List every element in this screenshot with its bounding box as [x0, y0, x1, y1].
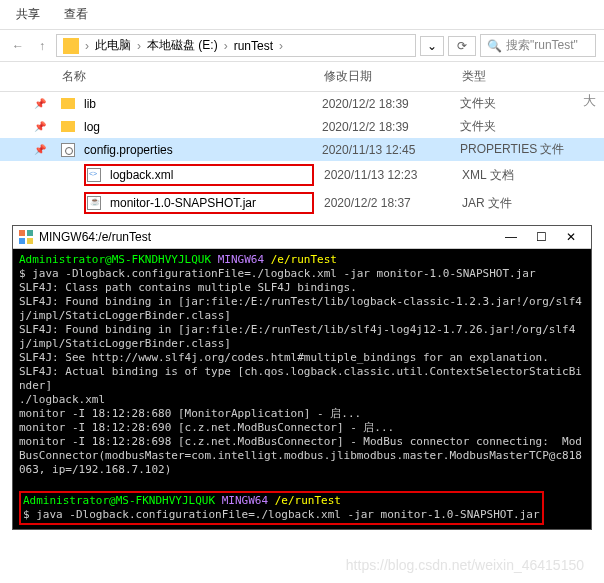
maximize-button[interactable]: ☐	[535, 230, 547, 244]
file-date: 2020/11/13 12:23	[324, 168, 462, 182]
file-date: 2020/12/2 18:39	[322, 97, 460, 111]
share-menu[interactable]: 共享	[16, 6, 40, 23]
col-name[interactable]: 名称	[62, 68, 324, 85]
view-menu[interactable]: 查看	[64, 6, 88, 23]
chevron-right-icon: ›	[279, 39, 283, 53]
chevron-right-icon: ›	[224, 39, 228, 53]
dropdown-button[interactable]: ⌄	[420, 36, 444, 56]
breadcrumb[interactable]: › 此电脑 › 本地磁盘 (E:) › runTest ›	[56, 34, 416, 57]
file-date: 2020/12/2 18:37	[324, 196, 462, 210]
back-icon[interactable]: ←	[8, 36, 28, 56]
svg-rect-1	[27, 230, 33, 236]
col-date[interactable]: 修改日期	[324, 68, 462, 85]
bc-drive[interactable]: 本地磁盘 (E:)	[147, 37, 218, 54]
file-type: 文件夹	[460, 118, 604, 135]
search-input[interactable]: 🔍 搜索"runTest"	[480, 34, 596, 57]
folder-icon	[63, 38, 79, 54]
bc-this-pc[interactable]: 此电脑	[95, 37, 131, 54]
minimize-button[interactable]: —	[505, 230, 517, 244]
xml-icon	[86, 167, 102, 183]
file-name: lib	[84, 97, 322, 111]
file-name: log	[84, 120, 322, 134]
chevron-right-icon: ›	[85, 39, 89, 53]
file-row[interactable]: monitor-1.0-SNAPSHOT.jar2020/12/2 18:37J…	[0, 189, 604, 217]
file-name: config.properties	[84, 143, 322, 157]
folder-icon	[60, 119, 76, 135]
svg-rect-0	[19, 230, 25, 236]
jar-icon	[86, 195, 102, 211]
terminal-window: MINGW64:/e/runTest — ☐ ✕ Administrator@M…	[12, 225, 592, 530]
file-date: 2020/11/13 12:45	[322, 143, 460, 157]
col-size[interactable]: 大	[583, 92, 596, 110]
file-type: XML 文档	[462, 167, 604, 184]
file-date: 2020/12/2 18:39	[322, 120, 460, 134]
search-placeholder: 搜索"runTest"	[506, 37, 578, 54]
pin-icon: 📌	[34, 98, 46, 109]
terminal-body[interactable]: Administrator@MS-FKNDHVYJLQUK MINGW64 /e…	[13, 249, 591, 529]
bc-folder[interactable]: runTest	[234, 39, 273, 53]
folder-icon	[60, 96, 76, 112]
mingw-logo-icon	[19, 230, 33, 244]
close-button[interactable]: ✕	[565, 230, 577, 244]
svg-rect-3	[27, 238, 33, 244]
file-name: logback.xml	[110, 168, 173, 182]
file-list: 📌lib2020/12/2 18:39文件夹📌log2020/12/2 18:3…	[0, 92, 604, 217]
file-type: JAR 文件	[462, 195, 604, 212]
file-row[interactable]: logback.xml2020/11/13 12:23XML 文档	[0, 161, 604, 189]
terminal-title: MINGW64:/e/runTest	[39, 230, 505, 244]
file-name: monitor-1.0-SNAPSHOT.jar	[110, 196, 256, 210]
search-icon: 🔍	[487, 39, 502, 53]
chevron-down-icon: ⌄	[427, 39, 437, 53]
cfg-icon	[60, 142, 76, 158]
file-type: PROPERTIES 文件	[460, 141, 604, 158]
pin-icon: 📌	[34, 121, 46, 132]
file-row[interactable]: 📌log2020/12/2 18:39文件夹	[0, 115, 604, 138]
chevron-right-icon: ›	[137, 39, 141, 53]
refresh-button[interactable]: ⟳	[448, 36, 476, 56]
file-row[interactable]: 📌config.properties2020/11/13 12:45PROPER…	[0, 138, 604, 161]
svg-rect-2	[19, 238, 25, 244]
refresh-icon: ⟳	[457, 39, 467, 53]
up-icon[interactable]: ↑	[32, 36, 52, 56]
file-row[interactable]: 📌lib2020/12/2 18:39文件夹	[0, 92, 604, 115]
pin-icon: 📌	[34, 144, 46, 155]
col-type[interactable]: 类型	[462, 68, 604, 85]
